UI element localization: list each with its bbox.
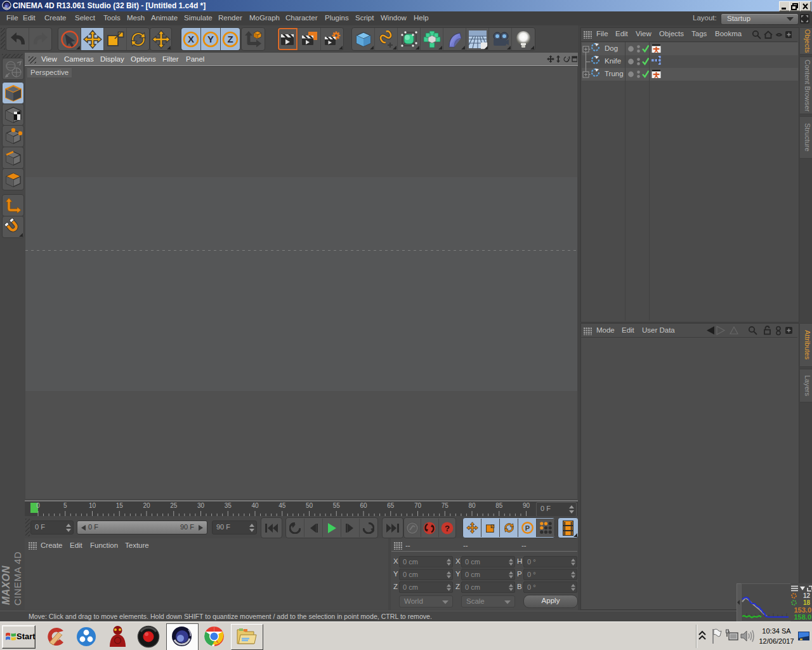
- svg-text:?: ?: [445, 524, 450, 533]
- svg-text:Z: Z: [227, 34, 233, 44]
- svg-text:P: P: [525, 524, 529, 532]
- svg-text:Y: Y: [207, 34, 214, 44]
- svg-text:X: X: [188, 34, 194, 44]
